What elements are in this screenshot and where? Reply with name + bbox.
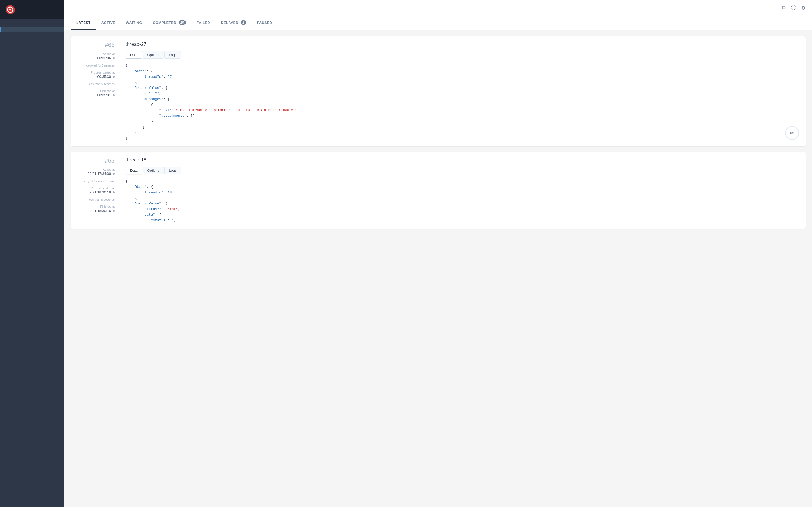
sidebar-header [0,0,64,19]
job-finished-value-0: 00:35:31 [75,93,115,97]
job-added-label-1: Added at [75,168,115,171]
job-progress-0: 0% [785,126,799,140]
json-line: } [126,130,799,136]
main-content: ⧉ ⛶ ⚙ LATESTACTIVEWAITINGCOMPLETED25FAIL… [64,0,812,507]
job-added-group-0: Added at00:33:36 [75,52,115,60]
tabs-bar: LATESTACTIVEWAITINGCOMPLETED25FAILEDDELA… [64,16,812,30]
sidebar-queues-label [0,19,64,27]
job-process-group-1: Process started at09/21 18:30:16 [75,186,115,194]
job-json-1: { "data": { "threadId": 18 }, "returnVal… [126,179,799,223]
job-delay-text-1: delayed for about 1 hour [75,179,115,183]
json-line: }, [126,195,799,201]
job-duration-text-0: less than 5 seconds [75,82,115,86]
json-line: } [126,119,799,124]
job-name-0: thread-27 [126,42,799,47]
tab-label-paused: PAUSED [257,21,272,25]
meta-dot-added-1 [112,173,115,175]
json-line: "data": { [126,212,799,218]
job-meta-0: #65Added at00:33:36delayed for 2 minutes… [71,36,119,147]
fullscreen-icon[interactable]: ⛶ [791,5,796,11]
sidebar-version [0,498,64,507]
json-line: "returnValue": { [126,201,799,207]
json-line: "data": { [126,184,799,190]
tab-label-completed: COMPLETED [153,21,176,25]
meta-dot-finished-1 [112,210,115,212]
tab-waiting[interactable]: WAITING [120,16,147,30]
job-body-0: thread-27DataOptionsLogs{ "data": { "thr… [119,36,806,147]
settings-icon[interactable]: ⚙ [801,5,806,11]
tab-failed[interactable]: FAILED [191,16,215,30]
meta-dot-added-0 [112,57,115,59]
json-line: ] [126,124,799,130]
job-added-value-1: 09/21 17:34:30 [75,172,115,176]
tab-badge-completed: 25 [179,20,186,25]
content-area: #65Added at00:33:36delayed for 2 minutes… [64,30,812,507]
tab-label-latest: LATEST [76,21,91,25]
job-tab-options-0[interactable]: Options [143,51,164,59]
sidebar [0,0,64,507]
job-duration-text-1: less than 5 seconds [75,198,115,201]
job-process-label-1: Process started at [75,186,115,190]
job-process-label-0: Process started at [75,71,115,74]
job-card-0: #65Added at00:33:36delayed for 2 minutes… [71,36,806,147]
job-process-value-1: 09/21 18:30:16 [75,190,115,194]
job-finished-label-0: Finished at [75,89,115,93]
sidebar-item-thread-schedules[interactable] [0,27,64,32]
layers-icon[interactable]: ⧉ [782,5,786,11]
job-finished-value-1: 09/21 18:30:16 [75,209,115,213]
json-line: "text": "Test Threadr des paramètres uti… [126,108,799,113]
job-finished-label-1: Finished at [75,205,115,208]
job-tab-data-1[interactable]: Data [126,167,142,174]
tab-label-delayed: DELAYED [221,21,238,25]
job-added-group-1: Added at09/21 17:34:30 [75,168,115,176]
tabs-more-icon[interactable]: ⋮ [800,19,806,26]
job-tab-logs-0[interactable]: Logs [164,51,181,59]
job-added-label-0: Added at [75,52,115,56]
meta-dot-finished-0 [112,94,115,96]
json-line: "messages": [ [126,97,799,102]
progress-circle-0: 0% [785,126,799,140]
topbar: ⧉ ⛶ ⚙ [64,0,812,16]
tab-latest[interactable]: LATEST [71,16,96,30]
tab-paused[interactable]: PAUSED [252,16,277,30]
job-meta-1: #63Added at09/21 17:34:30delayed for abo… [71,152,119,229]
tab-label-waiting: WAITING [126,21,142,25]
job-name-1: thread-18 [126,157,799,163]
json-line: "id": 27, [126,91,799,97]
json-line: "data": { [126,69,799,74]
meta-dot-process-1 [112,191,115,193]
topbar-icons: ⧉ ⛶ ⚙ [782,5,806,11]
job-process-group-0: Process started at00:35:30 [75,71,115,78]
job-process-value-0: 00:35:30 [75,74,115,78]
meta-dot-process-0 [112,76,115,78]
job-finished-group-1: Finished at09/21 18:30:16 [75,205,115,213]
job-tabs-0: DataOptionsLogs [126,51,799,59]
job-card-1: #63Added at09/21 17:34:30delayed for abo… [71,152,806,229]
json-line: "status": "error", [126,207,799,212]
tab-completed[interactable]: COMPLETED25 [147,16,191,30]
svg-point-2 [9,9,11,10]
json-line: "threadId": 18 [126,190,799,195]
job-json-0: { "data": { "threadId": 27 }, "returnVal… [126,63,799,141]
job-id-0: #65 [75,42,115,49]
json-line: { [126,179,799,184]
job-added-value-0: 00:33:36 [75,56,115,60]
json-line: "attachments": [] [126,113,799,119]
tab-label-active: ACTIVE [101,21,115,25]
job-body-1: thread-18DataOptionsLogs{ "data": { "thr… [119,152,806,229]
json-line: } [126,135,799,141]
json-line: "returnValue": { [126,85,799,91]
json-line: { [126,102,799,108]
job-tab-options-1[interactable]: Options [143,167,164,174]
tab-active[interactable]: ACTIVE [96,16,121,30]
job-tabs-1: DataOptionsLogs [126,167,799,174]
tab-delayed[interactable]: DELAYED1 [215,16,251,30]
json-line: { [126,63,799,69]
job-delay-text-0: delayed for 2 minutes [75,64,115,67]
bull-logo-icon [5,5,15,14]
job-tab-logs-1[interactable]: Logs [164,167,181,174]
job-tab-data-0[interactable]: Data [126,51,142,59]
job-finished-group-0: Finished at00:35:31 [75,89,115,97]
json-line: "status": 1, [126,218,799,223]
job-id-1: #63 [75,157,115,164]
